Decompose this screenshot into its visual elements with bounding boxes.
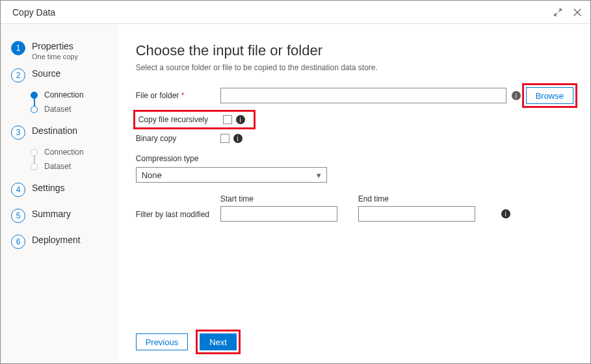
step-label: Properties <box>32 41 78 51</box>
substep-dot-icon <box>31 92 38 99</box>
end-time-col: End time <box>358 194 475 222</box>
info-icon[interactable]: i <box>512 91 521 100</box>
checkbox-binary-copy[interactable] <box>220 134 230 143</box>
label-compression-type: Compression type <box>136 154 573 163</box>
substep-source-dataset[interactable]: Dataset <box>1 102 119 116</box>
file-or-folder-input[interactable] <box>220 88 506 103</box>
step-deployment[interactable]: 6 Deployment <box>1 231 119 253</box>
step-destination[interactable]: 3 Destination <box>1 122 119 144</box>
chevron-down-icon: ▾ <box>317 170 321 180</box>
wizard-main: Choose the input file or folder Select a… <box>119 24 590 363</box>
time-range: Start time End time i <box>220 194 516 222</box>
browse-button[interactable]: Browse <box>526 87 573 104</box>
page-title: Choose the input file or folder <box>136 42 573 59</box>
compression-type-value: None <box>142 170 162 180</box>
label-filter-modified: Filter by last modified <box>136 210 220 222</box>
substep-dot-icon <box>31 163 38 170</box>
step-label: Deployment <box>32 235 81 245</box>
expand-icon[interactable] <box>553 7 563 18</box>
label-end-time: End time <box>358 194 475 203</box>
step-number: 5 <box>11 209 25 223</box>
step-summary[interactable]: 5 Summary <box>1 205 119 227</box>
start-time-col: Start time <box>220 194 337 222</box>
substep-label: Connection <box>44 148 84 157</box>
step-label: Settings <box>32 183 65 193</box>
substep-dest-dataset[interactable]: Dataset <box>1 159 119 174</box>
step-number: 1 <box>11 41 25 55</box>
dialog-header: Copy Data <box>1 1 590 24</box>
row-copy-recursive: Copy file recursively i <box>138 113 250 126</box>
checkbox-copy-recursive[interactable] <box>223 115 232 124</box>
info-icon[interactable]: i <box>236 115 245 124</box>
wizard-footer: Previous Next <box>136 333 237 350</box>
compression-type-select[interactable]: None ▾ <box>136 167 327 183</box>
start-time-input[interactable] <box>220 206 337 222</box>
label-file-or-folder: File or folder <box>136 91 220 100</box>
row-filter-modified: Filter by last modified Start time End t… <box>136 194 573 222</box>
substep-label: Connection <box>44 90 84 99</box>
step-properties[interactable]: 1 Properties One time copy <box>1 37 119 64</box>
destination-substeps: Connection Dataset <box>1 144 119 179</box>
end-time-input[interactable] <box>358 206 475 222</box>
dialog-title: Copy Data <box>12 7 55 18</box>
step-number: 2 <box>11 68 25 83</box>
dialog-body: 1 Properties One time copy 2 Source Conn… <box>1 24 590 363</box>
previous-button[interactable]: Previous <box>136 333 189 350</box>
info-icon[interactable]: i <box>501 209 510 218</box>
substep-label: Dataset <box>44 105 71 114</box>
header-actions <box>553 7 583 18</box>
substep-source-connection[interactable]: Connection <box>1 88 119 102</box>
row-binary-copy: Binary copy i <box>136 132 573 145</box>
source-substeps: Connection Dataset <box>1 86 119 122</box>
step-sublabel: One time copy <box>32 53 78 60</box>
step-number: 6 <box>11 235 25 249</box>
substep-dot-icon <box>31 106 38 113</box>
substep-label: Dataset <box>44 162 71 171</box>
step-number: 3 <box>11 125 25 140</box>
label-copy-recursive: Copy file recursively <box>138 115 223 124</box>
substep-dot-icon <box>31 149 38 156</box>
dialog-title-wrap: Copy Data <box>8 7 553 18</box>
label-binary-copy: Binary copy <box>136 134 220 143</box>
step-number: 4 <box>11 183 25 197</box>
substep-dest-connection[interactable]: Connection <box>1 145 119 159</box>
next-button[interactable]: Next <box>200 333 237 350</box>
step-settings[interactable]: 4 Settings <box>1 179 119 201</box>
row-file-or-folder: File or folder i Browse <box>136 86 573 105</box>
info-icon[interactable]: i <box>233 134 243 143</box>
step-label: Destination <box>32 125 77 136</box>
wizard-sidebar: 1 Properties One time copy 2 Source Conn… <box>1 24 119 363</box>
label-start-time: Start time <box>220 194 337 203</box>
step-source[interactable]: 2 Source <box>1 64 119 86</box>
step-label: Source <box>32 68 60 79</box>
page-subtitle: Select a source folder or file to be cop… <box>136 63 573 72</box>
step-label: Summary <box>32 209 71 219</box>
close-icon[interactable] <box>572 7 583 18</box>
